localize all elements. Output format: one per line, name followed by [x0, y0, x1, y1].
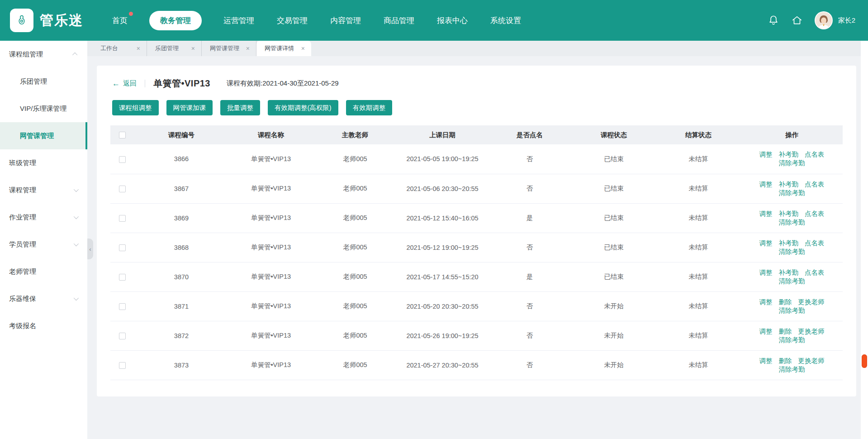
action-clear-attendance[interactable]: 清除考勤	[779, 277, 805, 285]
action-change-teacher[interactable]: 更换老师	[798, 298, 825, 305]
action-adjust[interactable]: 调整	[759, 357, 773, 364]
action-rollcall-sheet[interactable]: 点名表	[805, 210, 825, 217]
nav-item-report[interactable]: 报表中心	[436, 11, 469, 30]
action-adjust[interactable]: 调整	[759, 239, 773, 247]
nav-item-goods[interactable]: 商品管理	[383, 11, 415, 30]
action-adjust[interactable]: 调整	[759, 269, 773, 276]
sidebar-item-homework-mgmt[interactable]: 作业管理	[0, 204, 87, 231]
action-makeup-attendance[interactable]: 补考勤	[779, 239, 799, 247]
action-clear-attendance[interactable]: 清除考勤	[779, 159, 805, 167]
sidebar-collapse-handle[interactable]: ‹	[87, 239, 93, 259]
nav-item-content[interactable]: 内容管理	[329, 11, 362, 30]
column-header: 上课日期	[397, 125, 488, 144]
course-name: 单簧管•VIP13	[229, 321, 313, 350]
chevron-up-icon	[72, 52, 77, 57]
action-clear-attendance[interactable]: 清除考勤	[779, 189, 805, 196]
row-checkbox[interactable]	[119, 303, 126, 310]
settlement-status: 未结算	[656, 262, 741, 291]
nav-item-home[interactable]: 首页	[111, 11, 128, 30]
adjust-course-group-button[interactable]: 课程组调整	[112, 100, 159, 115]
action-adjust[interactable]: 调整	[759, 328, 773, 335]
username[interactable]: 家长2	[838, 16, 855, 25]
sidebar-item-label: 乐器维保	[9, 295, 36, 303]
tab-workbench[interactable]: 工作台×	[92, 41, 147, 56]
nav-item-trade[interactable]: 交易管理	[276, 11, 308, 30]
row-checkbox[interactable]	[119, 156, 126, 163]
tab-online-course-mgmt[interactable]: 网管课管理×	[202, 41, 256, 56]
tab-online-course-detail[interactable]: 网管课详情×	[256, 41, 311, 56]
home-icon[interactable]	[791, 14, 803, 26]
row-checkbox[interactable]	[119, 215, 126, 222]
sidebar-item-student-mgmt[interactable]: 学员管理	[0, 231, 87, 258]
table-row: 3872单簧管•VIP13老师0052021-05-26 19:00~19:25…	[110, 321, 843, 350]
nav-item-system[interactable]: 系统设置	[489, 11, 522, 30]
sidebar-item-class-mgmt[interactable]: 班级管理	[0, 149, 87, 177]
action-adjust[interactable]: 调整	[759, 151, 773, 158]
action-clear-attendance[interactable]: 清除考勤	[779, 248, 805, 255]
tab-label: 工作台	[100, 44, 118, 52]
column-header: 课程状态	[572, 125, 656, 144]
sidebar-item-label: 课程组管理	[9, 50, 43, 59]
close-icon[interactable]: ×	[301, 45, 305, 52]
sidebar-item-teacher-mgmt[interactable]: 老师管理	[0, 258, 87, 285]
action-makeup-attendance[interactable]: 补考勤	[779, 210, 799, 217]
course-name: 单簧管•VIP13	[229, 262, 313, 291]
sidebar-item-online-course-mgmt[interactable]: 网管课管理	[0, 122, 87, 149]
action-rollcall-sheet[interactable]: 点名表	[805, 181, 825, 188]
row-checkbox[interactable]	[119, 186, 126, 192]
action-clear-attendance[interactable]: 清除考勤	[779, 366, 805, 373]
action-change-teacher[interactable]: 更换老师	[798, 328, 825, 335]
scrollbar-thumb[interactable]	[862, 354, 867, 368]
action-adjust[interactable]: 调整	[759, 210, 773, 217]
sidebar-item-orchestra-mgmt[interactable]: 乐团管理	[0, 68, 87, 95]
scrollbar-track[interactable]	[861, 41, 868, 439]
action-clear-attendance[interactable]: 清除考勤	[779, 307, 805, 314]
action-clear-attendance[interactable]: 清除考勤	[779, 219, 805, 226]
settlement-status: 未结算	[656, 291, 741, 321]
batch-adjust-button[interactable]: 批量调整	[220, 100, 260, 115]
row-checkbox[interactable]	[119, 333, 126, 339]
row-checkbox[interactable]	[119, 244, 126, 251]
tab-orchestra-mgmt[interactable]: 乐团管理×	[147, 41, 202, 56]
row-select-cell	[110, 203, 134, 233]
action-rollcall-sheet[interactable]: 点名表	[805, 239, 825, 247]
close-icon[interactable]: ×	[191, 45, 195, 52]
action-makeup-attendance[interactable]: 补考勤	[779, 151, 799, 158]
detail-card: ← 返回 单簧管•VIP13 课程有效期:2021-04-30至2021-05-…	[97, 66, 856, 396]
action-clear-attendance[interactable]: 清除考勤	[779, 336, 805, 344]
action-makeup-attendance[interactable]: 补考勤	[779, 181, 799, 188]
action-delete[interactable]: 删除	[779, 357, 792, 364]
course-name: 单簧管•VIP13	[229, 233, 313, 262]
action-rollcall-sheet[interactable]: 点名表	[805, 269, 825, 276]
sidebar-item-course-group-mgmt[interactable]: 课程组管理	[0, 41, 87, 68]
nav-item-operation[interactable]: 运营管理	[223, 11, 255, 30]
validity-adjust-button[interactable]: 有效期调整	[346, 100, 393, 115]
action-rollcall-sheet[interactable]: 点名表	[805, 151, 825, 158]
sidebar-item-course-mgmt[interactable]: 课程管理	[0, 177, 87, 204]
nav-item-edu-admin[interactable]: 教务管理	[149, 11, 202, 30]
row-checkbox[interactable]	[119, 362, 126, 369]
action-adjust[interactable]: 调整	[759, 181, 773, 188]
select-all-checkbox[interactable]	[119, 132, 126, 138]
close-icon[interactable]: ×	[137, 45, 140, 52]
settlement-status: 未结算	[656, 174, 741, 203]
action-delete[interactable]: 删除	[779, 328, 792, 335]
validity-adjust-high-button[interactable]: 有效期调整(高权限)	[268, 100, 338, 115]
sidebar-item-label: 班级管理	[9, 159, 36, 167]
sidebar-item-exam-registration[interactable]: 考级报名	[0, 312, 87, 339]
sidebar-item-instrument-maintenance[interactable]: 乐器维保	[0, 285, 87, 312]
action-makeup-attendance[interactable]: 补考勤	[779, 269, 799, 276]
action-delete[interactable]: 删除	[779, 298, 792, 305]
table-body: 3866单簧管•VIP13老师0052021-05-05 19:00~19:25…	[110, 144, 843, 380]
date: 2021-05-26 19:00~19:25	[397, 321, 488, 350]
action-change-teacher[interactable]: 更换老师	[798, 357, 825, 364]
row-checkbox[interactable]	[119, 274, 126, 281]
close-icon[interactable]: ×	[246, 45, 250, 52]
notification-bell-icon[interactable]	[768, 14, 779, 26]
row-select-cell	[110, 233, 134, 262]
user-avatar[interactable]	[815, 11, 833, 29]
sidebar-item-vip-theory-mgmt[interactable]: VIP/乐理课管理	[0, 95, 87, 122]
back-button[interactable]: ← 返回	[112, 79, 137, 88]
add-online-course-button[interactable]: 网管课加课	[166, 100, 213, 115]
action-adjust[interactable]: 调整	[759, 298, 773, 305]
